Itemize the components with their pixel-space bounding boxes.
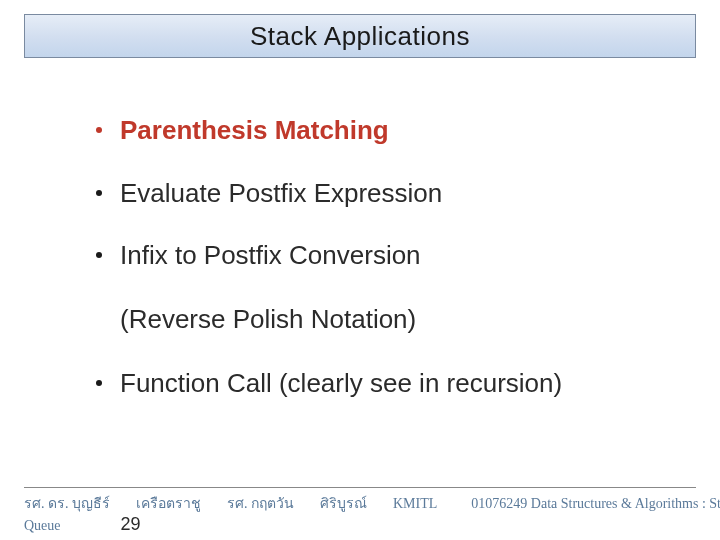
item-subtext-rpn: (Reverse Polish Notation) — [120, 304, 416, 334]
item-text-function: Function Call (clearly see in recursion) — [120, 369, 562, 398]
footer-author2-title: รศ. กฤตวัน — [227, 492, 294, 514]
footer: รศ. ดร. บุญธีร์ เครือตราชู รศ. กฤตวัน ศิ… — [24, 492, 696, 532]
item-text-evaluate: Evaluate Postfix Expression — [120, 179, 442, 208]
content-area: Parenthesis Matching Evaluate Postfix Ex… — [0, 58, 720, 397]
footer-top-row: รศ. ดร. บุญธีร์ เครือตราชู รศ. กฤตวัน ศิ… — [24, 492, 696, 514]
bullet-icon — [96, 252, 102, 258]
footer-institution: KMITL — [393, 496, 437, 512]
list-item: Parenthesis Matching — [96, 116, 720, 145]
bullet-icon — [96, 190, 102, 196]
list-item: Infix to Postfix Conversion — [96, 241, 720, 270]
footer-divider — [24, 487, 696, 488]
footer-author2-surname: ศิริบูรณ์ — [320, 492, 367, 514]
footer-author1-title: รศ. ดร. บุญธีร์ — [24, 492, 110, 514]
list-item: Evaluate Postfix Expression — [96, 179, 720, 208]
item-text-infix: Infix to Postfix Conversion — [120, 241, 421, 270]
list-subitem: (Reverse Polish Notation) — [120, 304, 720, 335]
bullet-icon — [96, 127, 102, 133]
bullet-icon — [96, 380, 102, 386]
page-number: 29 — [121, 514, 141, 535]
footer-course: 01076249 Data Structures & Algorithms : … — [471, 496, 720, 512]
list-item: Function Call (clearly see in recursion) — [96, 369, 720, 398]
footer-queue: Queue — [24, 518, 61, 534]
footer-bottom-row: Queue 29 — [24, 514, 696, 535]
item-text-parenthesis: Parenthesis Matching — [120, 116, 389, 145]
footer-author1-surname: เครือตราชู — [136, 492, 201, 514]
slide-title: Stack Applications — [250, 21, 470, 52]
title-bar: Stack Applications — [24, 14, 696, 58]
